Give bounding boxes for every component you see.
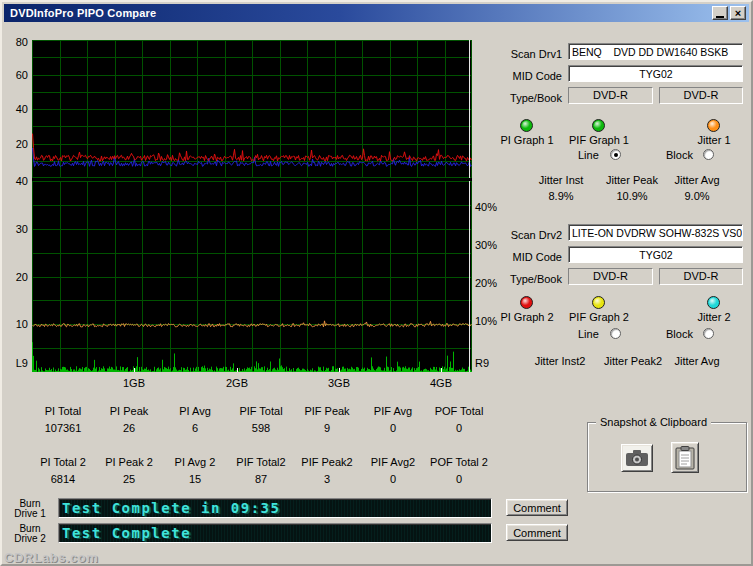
pi-graph2-color-button[interactable] xyxy=(520,296,533,309)
book1-box: DVD-R xyxy=(659,87,743,104)
jitter2-label: Jitter 2 xyxy=(690,311,738,323)
jitter-avg2-label: Jitter Avg xyxy=(668,355,726,367)
stat-pi-total: PI Total107361 xyxy=(30,405,96,434)
bottom-y-tick: 40 xyxy=(8,175,28,187)
minimize-button[interactable] xyxy=(712,6,728,20)
close-button[interactable]: × xyxy=(730,6,746,20)
block2-label: Block xyxy=(666,328,693,340)
x-gb-tick: 1GB xyxy=(119,377,149,389)
jitter-inst1-label: Jitter Inst xyxy=(532,174,590,186)
block2-radio[interactable] xyxy=(703,328,714,339)
chart-area xyxy=(32,40,472,372)
pi-graph1-label: PI Graph 1 xyxy=(496,134,558,146)
stats-row-2: PI Total 26814 PI Peak 225 PI Avg 215 PI… xyxy=(30,456,492,485)
block1-radio[interactable] xyxy=(703,149,714,160)
pif-jitter-chart xyxy=(32,181,472,372)
stat-pi-peak: PI Peak26 xyxy=(96,405,162,434)
clipboard-icon xyxy=(675,446,695,470)
app-window: DVDInfoPro PIPO Compare × 80 60 40 20 40… xyxy=(0,0,753,566)
bottom-y-tick: 10 xyxy=(8,318,28,330)
mid-code2-field[interactable]: TYG02 xyxy=(568,246,743,263)
top-y-tick: 40 xyxy=(8,103,28,115)
stat-pif-avg: PIF Avg0 xyxy=(360,405,426,434)
burn-drive-1-label: Burn Drive 1 xyxy=(6,499,54,519)
right-pct-tick: 40% xyxy=(475,201,497,213)
stat-pi-peak-2: PI Peak 225 xyxy=(96,456,162,485)
stat-pi-avg-2: PI Avg 215 xyxy=(162,456,228,485)
top-y-tick: 60 xyxy=(8,69,28,81)
mid-code1-label: MID Code xyxy=(505,70,562,82)
snapshot-button[interactable] xyxy=(621,444,653,472)
snapshot-group-label: Snapshot & Clipboard xyxy=(596,416,711,428)
stat-pi-avg: PI Avg6 xyxy=(162,405,228,434)
corner-label-r9: R9 xyxy=(475,357,489,369)
burn-drive-2-label: Burn Drive 2 xyxy=(6,524,54,544)
jitter-inst2-label: Jitter Inst2 xyxy=(528,355,592,367)
type-book1-label: Type/Book xyxy=(496,92,562,104)
jitter-peak2-label: Jitter Peak2 xyxy=(598,355,668,367)
right-pct-tick: 20% xyxy=(475,277,497,289)
watermark: CDRLabs.com xyxy=(4,550,98,565)
camera-icon xyxy=(625,449,649,467)
line1-label: Line xyxy=(578,149,599,161)
lcd-display-1: Test Complete in 09:35 xyxy=(58,498,492,518)
jitter-avg1-value: 9.0% xyxy=(668,190,726,202)
jitter-avg1-label: Jitter Avg xyxy=(668,174,726,186)
stat-pof-total: POF Total0 xyxy=(426,405,492,434)
corner-label-l9: L9 xyxy=(8,357,28,369)
pi-graph2-label: PI Graph 2 xyxy=(496,311,558,323)
jitter-peak1-label: Jitter Peak xyxy=(600,174,664,186)
jitter2-color-button[interactable] xyxy=(707,296,720,309)
block1-label: Block xyxy=(666,149,693,161)
scan-drv1-label: Scan Drv1 xyxy=(502,48,562,60)
right-pct-tick: 30% xyxy=(475,239,497,251)
type2-box: DVD-R xyxy=(568,268,653,285)
x-gb-tick: 4GB xyxy=(426,377,456,389)
stats-row-1: PI Total107361 PI Peak26 PI Avg6 PIF Tot… xyxy=(30,405,492,434)
book2-box: DVD-R xyxy=(659,268,743,285)
pif-graph1-color-button[interactable] xyxy=(592,119,605,132)
pif-graph2-label: PIF Graph 2 xyxy=(566,311,632,323)
comment-button-1[interactable]: Comment xyxy=(506,499,568,516)
lcd-text-1: Test Complete in 09:35 xyxy=(62,500,280,516)
top-y-tick: 80 xyxy=(8,36,28,48)
bottom-y-tick: 30 xyxy=(8,223,28,235)
type-book2-label: Type/Book xyxy=(496,273,562,285)
pi-comparison-chart xyxy=(32,40,472,178)
line2-radio[interactable] xyxy=(610,328,621,339)
comment-button-2[interactable]: Comment xyxy=(506,524,568,541)
pif-graph2-color-button[interactable] xyxy=(592,296,605,309)
close-icon: × xyxy=(735,8,741,19)
mid-code2-label: MID Code xyxy=(505,251,562,263)
stat-pif-avg-2: PIF Avg20 xyxy=(360,456,426,485)
clipboard-button[interactable] xyxy=(671,442,699,473)
x-gb-tick: 2GB xyxy=(222,377,252,389)
lcd-display-2: Test Complete xyxy=(58,523,492,543)
bottom-y-tick: 20 xyxy=(8,271,28,283)
pif-graph1-label: PIF Graph 1 xyxy=(566,134,632,146)
lcd-text-2: Test Complete xyxy=(62,525,191,541)
snapshot-clipboard-group: Snapshot & Clipboard xyxy=(587,422,747,492)
scan-drv2-field[interactable]: LITE-ON DVDRW SOHW-832S VS0 xyxy=(568,224,743,241)
x-gb-tick: 3GB xyxy=(324,377,354,389)
stat-pif-total-2: PIF Total287 xyxy=(228,456,294,485)
type1-box: DVD-R xyxy=(568,87,653,104)
titlebar-buttons: × xyxy=(710,6,746,20)
stat-pif-peak-2: PIF Peak23 xyxy=(294,456,360,485)
line2-label: Line xyxy=(578,328,599,340)
scan-drv2-label: Scan Drv2 xyxy=(502,229,562,241)
jitter1-color-button[interactable] xyxy=(707,119,720,132)
stat-pof-total-2: POF Total 20 xyxy=(426,456,492,485)
jitter-peak1-value: 10.9% xyxy=(600,190,664,202)
right-pct-tick: 10% xyxy=(475,315,497,327)
window-title: DVDInfoPro PIPO Compare xyxy=(10,7,156,19)
scan-drv1-field[interactable]: BENQ DVD DD DW1640 BSKB xyxy=(568,43,743,60)
stat-pif-total: PIF Total598 xyxy=(228,405,294,434)
titlebar[interactable]: DVDInfoPro PIPO Compare × xyxy=(4,4,749,22)
line1-radio[interactable] xyxy=(610,149,621,160)
stat-pif-peak: PIF Peak9 xyxy=(294,405,360,434)
pi-graph1-color-button[interactable] xyxy=(520,119,533,132)
mid-code1-field[interactable]: TYG02 xyxy=(568,65,743,82)
top-y-tick: 20 xyxy=(8,138,28,150)
jitter-inst1-value: 8.9% xyxy=(532,190,590,202)
